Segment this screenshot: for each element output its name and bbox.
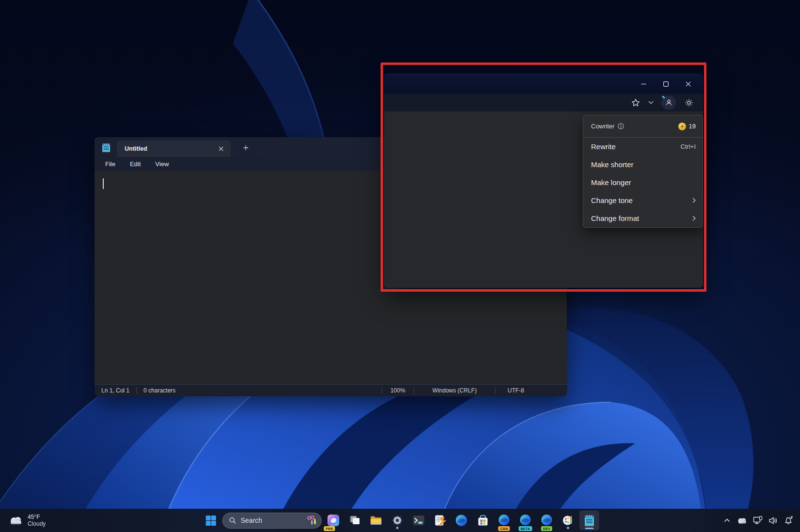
- status-cursor-position: Ln 1, Col 1: [95, 387, 136, 394]
- desktop: Untitled File Edit View Ln 1, Col 1 0 ch…: [0, 0, 800, 532]
- minimize-button[interactable]: [632, 77, 655, 91]
- taskbar-center: Search PRE: [201, 509, 599, 532]
- weather-temperature: 45°F: [28, 514, 46, 520]
- running-indicator: [396, 527, 399, 529]
- maximize-button[interactable]: [655, 77, 677, 91]
- paint-icon[interactable]: [559, 511, 578, 530]
- notepad-app-icon: [101, 142, 111, 153]
- copilot-pre-badge: PRE: [324, 526, 335, 531]
- coin-icon: [678, 123, 686, 130]
- onedrive-icon[interactable]: [735, 511, 750, 530]
- account-icon[interactable]: [661, 95, 676, 110]
- tray-chevron-up-icon[interactable]: [720, 511, 734, 530]
- new-tab-button[interactable]: [239, 141, 253, 155]
- settings-icon[interactable]: [388, 511, 407, 530]
- edge-beta-badge: BETA: [519, 526, 532, 531]
- edge-canary-badge: CAN: [498, 526, 510, 531]
- shortcut-label: Ctrl+I: [681, 143, 696, 150]
- settings-gear-icon[interactable]: [682, 96, 696, 110]
- search-icon: [229, 517, 237, 524]
- menu-item-make-shorter[interactable]: Make shorter: [583, 156, 703, 173]
- active-app-indicator: [585, 528, 594, 529]
- search-highlights-icon[interactable]: [306, 515, 319, 526]
- menu-file[interactable]: File: [100, 159, 120, 169]
- notepad-taskbar-icon[interactable]: [580, 511, 599, 530]
- submenu-chevron-icon: [692, 216, 696, 221]
- weather-widget[interactable]: 45°F Cloudy: [5, 509, 49, 532]
- edge-dev-icon[interactable]: DEV: [537, 511, 557, 530]
- menu-edit[interactable]: Edit: [125, 159, 145, 169]
- file-explorer-icon[interactable]: [367, 511, 386, 530]
- info-icon[interactable]: [618, 123, 624, 129]
- menu-item-rewrite[interactable]: Rewrite Ctrl+I: [583, 138, 703, 156]
- taskbar: 45°F Cloudy Search: [0, 509, 800, 532]
- tab-title: Untitled: [125, 145, 216, 152]
- close-button[interactable]: [677, 77, 699, 91]
- cowriter-menu: Cowriter 19 Rewrite Ctrl+I Make shorter: [583, 115, 703, 228]
- volume-icon[interactable]: [766, 511, 781, 530]
- status-character-count: 0 characters: [137, 387, 182, 394]
- search-placeholder: Search: [241, 516, 302, 524]
- running-indicator: [567, 527, 569, 529]
- copilot-icon[interactable]: PRE: [324, 511, 343, 530]
- cowriter-window: Cowriter 19 Rewrite Ctrl+I Make shorter: [384, 74, 703, 288]
- tab-close-icon[interactable]: [216, 144, 226, 154]
- edge-dev-badge: DEV: [541, 526, 552, 531]
- windows-logo-icon: [206, 516, 216, 526]
- credits-count: 19: [689, 123, 696, 130]
- system-tray: [720, 509, 796, 532]
- desktops-icon[interactable]: [345, 511, 365, 530]
- text-caret: [103, 178, 104, 189]
- menu-item-change-format[interactable]: Change format: [583, 209, 703, 227]
- credits-badge: 19: [678, 123, 696, 130]
- weather-condition: Cloudy: [28, 520, 46, 527]
- account-accent-mark: [662, 95, 665, 99]
- cloud-weather-icon: [9, 516, 23, 525]
- tab-untitled[interactable]: Untitled: [117, 141, 231, 157]
- cowriter-menu-header: Cowriter 19: [583, 115, 703, 137]
- start-button[interactable]: [201, 511, 221, 530]
- notepad-status-bar: Ln 1, Col 1 0 characters 100% Windows (C…: [95, 384, 567, 396]
- menu-view[interactable]: View: [150, 159, 174, 169]
- dev-home-icon[interactable]: [431, 511, 450, 530]
- search-box[interactable]: Search: [223, 513, 322, 529]
- terminal-icon[interactable]: [409, 511, 429, 530]
- menu-item-make-longer[interactable]: Make longer: [583, 173, 703, 191]
- cowriter-title-bar: [384, 74, 703, 94]
- network-icon[interactable]: [751, 511, 765, 530]
- edge-icon[interactable]: [452, 511, 471, 530]
- status-zoom-level: 100%: [382, 387, 414, 394]
- edge-canary-icon[interactable]: CAN: [495, 511, 514, 530]
- submenu-chevron-icon: [692, 198, 696, 203]
- menu-item-change-tone[interactable]: Change tone: [583, 191, 703, 209]
- chevron-down-icon[interactable]: [646, 96, 656, 110]
- favorite-star-icon[interactable]: [628, 96, 643, 110]
- edge-beta-icon[interactable]: BETA: [516, 511, 535, 530]
- cowriter-toolbar: [384, 94, 703, 111]
- cowriter-menu-title: Cowriter: [591, 123, 614, 130]
- status-encoding: UTF-8: [496, 387, 567, 394]
- microsoft-store-icon[interactable]: [473, 511, 493, 530]
- do-not-disturb-bell-icon[interactable]: [782, 511, 796, 530]
- status-line-ending: Windows (CRLF): [414, 387, 495, 394]
